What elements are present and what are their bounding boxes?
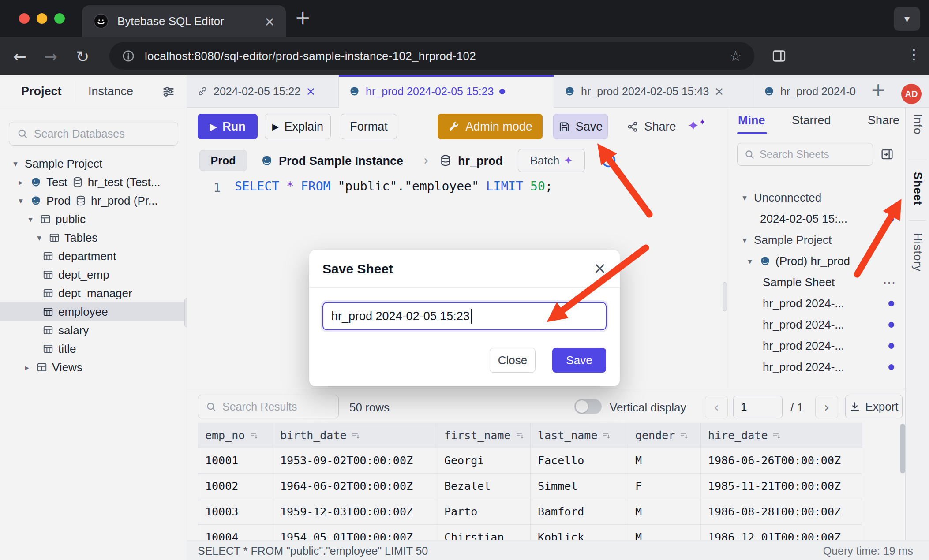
bookmark-star-icon[interactable]: ☆ <box>729 48 742 64</box>
bytebase-logo <box>93 13 109 30</box>
traffic-light-zoom[interactable] <box>54 13 65 24</box>
text-caret <box>471 309 472 324</box>
traffic-light-minimize[interactable] <box>37 13 47 24</box>
dialog-title: Save Sheet <box>322 261 393 276</box>
browser-tab-strip: Bytebase SQL Editor × + ▾ <box>0 0 929 37</box>
dialog-divider <box>309 287 620 288</box>
browser-menu-icon[interactable]: ⋮ <box>907 46 921 63</box>
dialog-save-button[interactable]: Save <box>552 348 606 373</box>
sheet-name-input[interactable]: hr_prod 2024-02-05 15:23 <box>322 302 607 330</box>
save-sheet-dialog: Save Sheet × hr_prod 2024-02-05 15:23 Cl… <box>309 250 620 386</box>
browser-tab-title: Bytebase SQL Editor <box>117 15 256 28</box>
forward-icon[interactable]: → <box>44 48 57 66</box>
traffic-light-close[interactable] <box>19 13 30 24</box>
new-tab-button[interactable]: + <box>295 6 311 29</box>
tab-close-icon[interactable]: × <box>264 14 275 29</box>
side-panel-icon[interactable] <box>771 49 787 63</box>
reload-icon[interactable]: ↻ <box>76 48 89 66</box>
dialog-close-button[interactable]: Close <box>490 348 536 373</box>
back-icon[interactable]: ← <box>13 48 26 66</box>
info-icon[interactable] <box>122 49 135 63</box>
tab-search-chevron-icon[interactable]: ▾ <box>894 7 920 31</box>
screen: Bytebase SQL Editor × + ▾ ← → ↻ localhos… <box>0 0 929 560</box>
url-bar[interactable]: localhost:8080/sql-editor/prod-sample-in… <box>109 42 754 70</box>
browser-tab[interactable]: Bytebase SQL Editor × <box>82 5 286 37</box>
url-text: localhost:8080/sql-editor/prod-sample-in… <box>145 49 719 63</box>
browser-address-bar: ← → ↻ localhost:8080/sql-editor/prod-sam… <box>0 37 929 75</box>
dialog-close-icon[interactable]: × <box>593 259 607 277</box>
